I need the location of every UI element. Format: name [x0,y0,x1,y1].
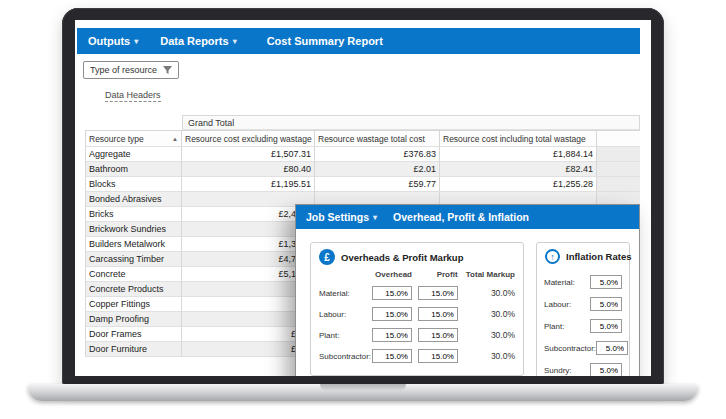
filler-cell [597,162,640,177]
sort-asc-icon: ▲ [169,136,178,142]
dialog-title-bar: Job Settings ▾ Overhead, Profit & Inflat… [296,205,639,229]
table-row[interactable]: Blocks£1,195.51£59.77£1,255.28 [85,177,640,192]
resource-type-cell: Builders Metalwork [85,237,182,252]
chevron-down-icon: ▾ [233,37,237,46]
column-header-filler [597,130,640,147]
inflation-rates-panel: ↑ Inflation Rates Material:Labour:Plant:… [536,242,630,376]
inflation-rows: Material:Labour:Plant:Subcontractor:Sund… [537,275,629,376]
data-headers-link[interactable]: Data Headers [105,90,161,102]
group-header-grand-total: Grand Total [182,115,640,130]
markup-row: Material:30.0% [311,286,523,300]
chevron-down-icon: ▾ [373,213,377,222]
field-label: Plant: [544,322,564,331]
field-label: Subcontractor: [319,352,372,361]
menu-job-settings[interactable]: Job Settings ▾ [306,211,377,223]
page-title: Cost Summary Report [267,35,383,47]
menu-job-settings-label: Job Settings [306,211,369,223]
column-header-wastage-total-cost[interactable]: Resource wastage total cost [315,130,440,147]
overhead-input[interactable] [372,307,412,321]
profit-input[interactable] [418,349,458,363]
column-header-total-markup: Total Markup [464,270,515,279]
value-cell: £1,507.31 [182,147,315,162]
field-label: Labour: [319,310,372,319]
inflation-arrow-icon: ↑ [545,249,560,264]
value-cell: £82.41 [440,162,597,177]
profit-input[interactable] [418,307,458,321]
inflation-rate-input[interactable] [596,341,628,355]
overheads-panel-header: £ Overheads & Profit Markup [311,243,523,268]
value-cell: £1,255.28 [440,177,597,192]
menu-bar: Outputs ▾ Data Reports ▾ Cost Summary Re… [77,28,640,54]
filter-type-of-resource[interactable]: Type of resource [83,61,179,79]
total-markup-value: 30.0% [464,288,515,298]
inflation-row: Labour: [537,297,629,311]
column-header-cost-excluding-wastage[interactable]: Resource cost excluding wastage [182,130,315,147]
laptop-screen-bezel: Outputs ▾ Data Reports ▾ Cost Summary Re… [62,8,664,385]
inflation-panel-title: Inflation Rates [566,251,631,262]
column-header-cost-including-wastage[interactable]: Resource cost including total wastage [440,130,597,147]
resource-type-cell: Copper Fittings [85,297,182,312]
total-markup-value: 30.0% [464,351,515,361]
group-header-row: Grand Total [85,115,640,130]
profit-input[interactable] [418,286,458,300]
field-label: Labour: [544,300,571,309]
column-header-label: Resource type [89,134,144,144]
field-label: Sundry: [544,366,572,375]
markup-column-headers: Overhead Profit Total Markup [311,268,523,279]
markup-row: Labour:30.0% [311,307,523,321]
resource-type-cell: Aggregate [85,147,182,162]
resource-type-cell: Bonded Abrasives [85,192,182,207]
overheads-profit-panel: £ Overheads & Profit Markup Overhead Pro… [310,242,524,376]
resource-type-cell: Brickwork Sundries [85,222,182,237]
resource-type-cell: Concrete [85,267,182,282]
laptop-base [28,384,698,401]
group-header-spacer [85,115,182,130]
field-label: Subcontractor: [544,344,596,353]
field-label: Plant: [319,331,372,340]
value-cell: £1,884.14 [440,147,597,162]
laptop-base-notch [320,384,406,391]
menu-data-reports[interactable]: Data Reports ▾ [160,35,236,47]
markup-row: Plant:30.0% [311,328,523,342]
value-cell: £59.77 [315,177,440,192]
table-row[interactable]: Bathroom£80.40£2.01£82.41 [85,162,640,177]
app-window: Outputs ▾ Data Reports ▾ Cost Summary Re… [77,28,640,376]
total-markup-value: 30.0% [464,330,515,340]
value-cell: £376.83 [315,147,440,162]
table-row[interactable]: Aggregate£1,507.31£376.83£1,884.14 [85,147,640,162]
filler-cell [597,147,640,162]
dialog-body: £ Overheads & Profit Markup Overhead Pro… [296,229,639,376]
menu-outputs[interactable]: Outputs ▾ [88,35,138,47]
pound-icon: £ [319,249,335,265]
resource-type-cell: Concrete Products [85,282,182,297]
inflation-rate-input[interactable] [590,319,622,333]
overhead-input[interactable] [372,286,412,300]
overhead-input[interactable] [372,328,412,342]
resource-type-cell: Bathroom [85,162,182,177]
screen: Outputs ▾ Data Reports ▾ Cost Summary Re… [75,20,651,376]
filter-icon [163,66,172,75]
profit-input[interactable] [418,328,458,342]
inflation-row: Material: [537,275,629,289]
overhead-input[interactable] [372,349,412,363]
resource-type-cell: Blocks [85,177,182,192]
job-settings-dialog: Job Settings ▾ Overhead, Profit & Inflat… [295,204,640,376]
field-label: Material: [544,278,575,287]
overheads-panel-title: Overheads & Profit Markup [341,252,463,263]
menu-data-reports-label: Data Reports [160,35,228,47]
inflation-row: Subcontractor: [537,341,629,355]
value-cell: £2.01 [315,162,440,177]
column-header-resource-type[interactable]: Resource type ▲ [85,130,182,147]
inflation-rate-input[interactable] [590,297,622,311]
field-label: Material: [319,289,372,298]
resource-type-cell: Carcassing Timber [85,252,182,267]
chevron-down-icon: ▾ [134,37,138,46]
inflation-rate-input[interactable] [590,363,622,376]
resource-type-cell: Door Frames [85,327,182,342]
column-header-profit: Profit [418,270,464,279]
resource-type-cell: Damp Proofing [85,312,182,327]
filter-chip-label: Type of resource [90,65,157,75]
table-header-row: Resource type ▲ Resource cost excluding … [85,130,640,147]
inflation-rate-input[interactable] [590,275,622,289]
inflation-panel-header: ↑ Inflation Rates [537,243,629,267]
